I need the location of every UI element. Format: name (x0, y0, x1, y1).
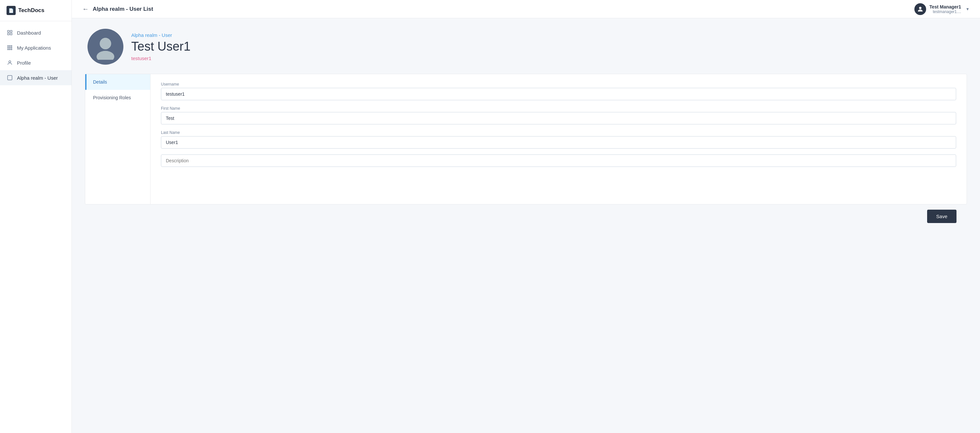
sidebar-item-profile-label: Profile (17, 60, 31, 66)
profile-info: Alpha realm - User Test User1 testuser1 (131, 32, 191, 61)
firstname-input[interactable] (161, 112, 956, 124)
svg-point-7 (8, 47, 8, 48)
chevron-down-icon: ▼ (966, 7, 970, 11)
header-right: Test Manager1 testmanager1.... ▼ (915, 3, 970, 15)
logo-icon: 📄 (6, 6, 16, 15)
sidebar-logo: 📄 TechDocs (0, 0, 72, 21)
svg-point-13 (9, 61, 11, 63)
svg-point-16 (100, 38, 111, 49)
firstname-label: First Name (161, 106, 956, 111)
content-area: Alpha realm - User Test User1 testuser1 … (72, 18, 980, 433)
back-button[interactable]: ← (82, 5, 89, 13)
svg-point-5 (10, 45, 10, 46)
main-area: ← Alpha realm - User List Test Manager1 … (72, 0, 980, 433)
description-input[interactable] (161, 154, 956, 167)
lastname-field-group: Last Name (161, 130, 956, 148)
svg-point-10 (8, 49, 8, 50)
profile-username: testuser1 (131, 56, 191, 61)
logo-text: TechDocs (18, 7, 45, 14)
profile-avatar (88, 29, 123, 65)
sidebar-item-dashboard-label: Dashboard (17, 30, 41, 36)
user-email: testmanager1.... (933, 10, 961, 14)
svg-point-12 (11, 49, 12, 50)
panel-content: Username First Name Last Name (151, 74, 967, 204)
main-panel: Details Provisioning Roles Username Firs… (85, 74, 967, 204)
user-name: Test Manager1 (929, 4, 961, 10)
svg-point-9 (11, 47, 12, 48)
sidebar-item-dashboard[interactable]: Dashboard (0, 25, 72, 40)
svg-point-6 (11, 45, 12, 46)
svg-rect-14 (8, 75, 12, 80)
sidebar-nav: Dashboard My Applications Profile Alpha … (0, 21, 72, 433)
username-label: Username (161, 82, 956, 86)
save-area: Save (85, 204, 967, 231)
svg-point-15 (919, 6, 921, 9)
lastname-input[interactable] (161, 136, 956, 148)
svg-rect-3 (10, 33, 12, 35)
svg-point-17 (97, 51, 114, 60)
svg-point-11 (10, 49, 10, 50)
profile-realm: Alpha realm - User (131, 32, 191, 38)
username-field-group: Username (161, 82, 956, 100)
avatar (915, 3, 926, 15)
tab-details[interactable]: Details (85, 74, 150, 90)
profile-header: Alpha realm - User Test User1 testuser1 (85, 29, 967, 65)
firstname-field-group: First Name (161, 106, 956, 124)
sidebar-item-alpha-realm-user-label: Alpha realm - User (17, 75, 58, 81)
sidebar-item-alpha-realm-user[interactable]: Alpha realm - User (0, 70, 72, 85)
user-info: Test Manager1 testmanager1.... (929, 4, 961, 14)
panel-tabs: Details Provisioning Roles (85, 74, 151, 204)
sidebar-item-my-applications[interactable]: My Applications (0, 40, 72, 55)
sidebar-item-profile[interactable]: Profile (0, 55, 72, 70)
sidebar: 📄 TechDocs Dashboard My Applications Pro… (0, 0, 72, 433)
apps-icon (6, 45, 13, 51)
svg-rect-1 (10, 30, 12, 32)
save-button[interactable]: Save (927, 210, 956, 223)
tab-provisioning-roles[interactable]: Provisioning Roles (85, 90, 150, 105)
svg-point-8 (10, 47, 10, 48)
svg-rect-2 (8, 33, 9, 35)
username-input[interactable] (161, 88, 956, 100)
description-field-group (161, 154, 956, 167)
svg-rect-0 (8, 30, 9, 32)
square-icon (6, 75, 13, 81)
dashboard-icon (6, 29, 13, 36)
lastname-label: Last Name (161, 130, 956, 135)
profile-name: Test User1 (131, 39, 191, 54)
header-title: Alpha realm - User List (93, 6, 153, 13)
svg-point-4 (8, 45, 8, 46)
header-left: ← Alpha realm - User List (82, 5, 153, 13)
person-icon (6, 59, 13, 66)
sidebar-item-my-applications-label: My Applications (17, 45, 51, 51)
header: ← Alpha realm - User List Test Manager1 … (72, 0, 980, 18)
